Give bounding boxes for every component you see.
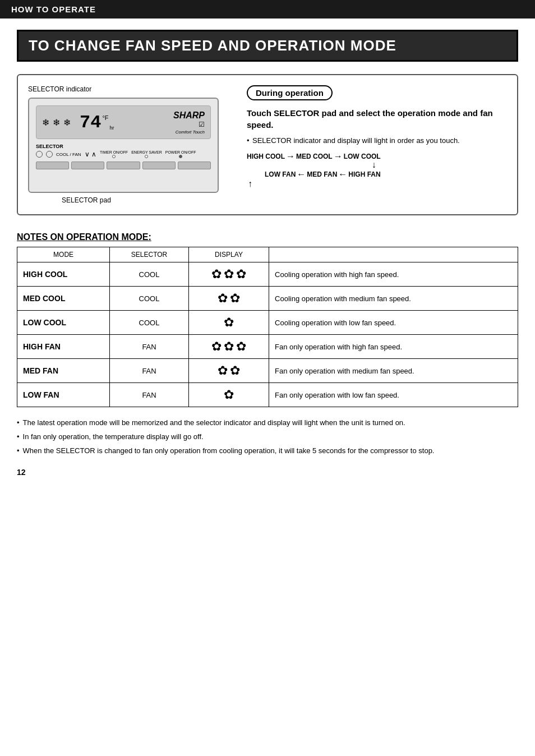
header-title: HOW TO OPERATE	[11, 4, 96, 14]
bullet-dot: •	[17, 431, 20, 443]
flow-arrow-right-1: →	[286, 151, 295, 162]
selector-cell: FAN	[110, 383, 189, 407]
ac-btn-3	[107, 162, 140, 169]
main-title-box: TO CHANGE FAN SPEED AND OPERATION MODE	[17, 30, 518, 62]
instruction-heading: Touch SELECTOR pad and select the operat…	[247, 107, 507, 131]
display-cell: ✿✿	[188, 359, 269, 383]
notes-section: NOTES ON OPERATION MODE: MODE SELECTOR D…	[17, 232, 518, 457]
during-operation-badge: During operation	[247, 85, 333, 100]
flow-down-arrow: ↓	[247, 160, 381, 169]
timer-label: TIMER ON/OFF	[100, 150, 128, 154]
page-number: 12	[17, 468, 518, 477]
ac-buttons-row	[36, 162, 211, 169]
col-mode: MODE	[17, 247, 110, 262]
mode-flow: HIGH COOL → MED COOL → LOW COOL ↓ LOW FA…	[247, 151, 381, 188]
mode-cell: MED FAN	[17, 359, 110, 383]
bullet-text: The latest operation mode will be memori…	[23, 417, 405, 429]
footer-bullet-item: •When the SELECTOR is changed to fan onl…	[17, 445, 518, 457]
flow-diagram: HIGH COOL → MED COOL → LOW COOL ↓ LOW FA…	[247, 151, 507, 188]
fan-icon: ✿	[218, 291, 228, 306]
flow-up-arrow: ↑	[247, 179, 381, 188]
flow-med-fan: MED FAN	[307, 170, 337, 178]
main-title: TO CHANGE FAN SPEED AND OPERATION MODE	[29, 37, 506, 54]
selector-text: SELECTOR	[36, 144, 63, 149]
selector-cell: COOL	[110, 287, 189, 311]
fan-icon: ✿	[230, 363, 240, 378]
selector-row: SELECTOR	[36, 144, 211, 149]
ac-temperature: 74	[80, 112, 101, 133]
flow-low-fan: LOW FAN	[265, 170, 296, 178]
control-row: COOL / FAN ∨ ∧ TIMER ON/OFF ENERGY SAVER…	[36, 150, 211, 158]
flow-high-fan: HIGH FAN	[348, 170, 380, 178]
selector-cell: FAN	[110, 335, 189, 359]
table-row: MED COOL COOL ✿✿ Cooling operation with …	[17, 287, 518, 311]
flow-med-cool: MED COOL	[296, 153, 333, 160]
display-cell: ✿✿	[188, 287, 269, 311]
device-image: ❄ ❄ ❄ 74 °F hr SHARP ☑ Comfort Touch	[28, 98, 219, 193]
flow-top-row: HIGH COOL → MED COOL → LOW COOL	[247, 151, 381, 162]
col-selector: SELECTOR	[110, 247, 189, 262]
display-cell: ✿✿✿	[188, 335, 269, 359]
snowflake-icon-1: ❄	[42, 117, 49, 128]
mode-cell: MED COOL	[17, 287, 110, 311]
ac-btn-2	[71, 162, 104, 169]
cool-fan-label: COOL / FAN	[56, 152, 81, 157]
selector-cell: FAN	[110, 359, 189, 383]
bullet-text: In fan only operation, the temperature d…	[23, 431, 204, 443]
description-cell: Fan only operation with low fan speed.	[269, 383, 518, 407]
notes-title: NOTES ON OPERATION MODE:	[17, 232, 518, 242]
snowflake-icon-2: ❄	[53, 117, 60, 128]
ac-unit: °F	[102, 114, 108, 121]
page-content: TO CHANGE FAN SPEED AND OPERATION MODE S…	[0, 30, 535, 494]
ac-btn-1	[36, 162, 69, 169]
header-bar: HOW TO OPERATE	[0, 0, 535, 19]
bullet-text: When the SELECTOR is changed to fan only…	[23, 445, 435, 457]
mode-cell: HIGH FAN	[17, 335, 110, 359]
description-cell: Fan only operation with high fan speed.	[269, 335, 518, 359]
fan-icon: ✿	[224, 315, 234, 330]
ac-brand: SHARP	[173, 110, 205, 121]
footer-bullets: •The latest operation mode will be memor…	[17, 417, 518, 457]
snowflake-icon-3: ❄	[63, 117, 71, 128]
table-row: MED FAN FAN ✿✿ Fan only operation with m…	[17, 359, 518, 383]
ac-btn-4	[142, 162, 176, 169]
timer-group: TIMER ON/OFF	[100, 150, 128, 158]
selector-cell: COOL	[110, 311, 189, 335]
table-header-row: MODE SELECTOR DISPLAY	[17, 247, 518, 262]
temperature-display: 74 °F hr	[80, 112, 114, 133]
cool-fan-circle-1	[36, 151, 43, 158]
ac-brand-area: SHARP ☑ Comfort Touch	[173, 110, 205, 135]
ac-hr-label: hr	[110, 125, 114, 131]
description-cell: Cooling operation with high fan speed.	[269, 262, 518, 287]
timer-dot	[112, 155, 116, 158]
fan-icon: ✿	[236, 267, 246, 282]
ac-btn-5	[178, 162, 211, 169]
flow-high-cool: HIGH COOL	[247, 153, 285, 160]
display-cell: ✿✿✿	[188, 262, 269, 287]
flow-low-cool: LOW COOL	[344, 153, 381, 160]
instruction-box: SELECTOR indicator ❄ ❄ ❄ 74 °F hr	[17, 74, 518, 215]
flow-bottom-row: LOW FAN ← MED FAN ← HIGH FAN	[247, 169, 381, 179]
energy-group: ENERGY SAVER	[131, 150, 162, 158]
footer-bullet-item: •In fan only operation, the temperature …	[17, 431, 518, 443]
bullet-dot: •	[17, 445, 20, 457]
table-row: LOW FAN FAN ✿ Fan only operation with lo…	[17, 383, 518, 407]
instruction-bullet: SELECTOR indicator and display will ligh…	[247, 136, 507, 145]
selector-pad-label: SELECTOR pad	[62, 196, 236, 204]
fan-icon: ✿	[224, 267, 234, 282]
fan-icon: ✿	[211, 267, 222, 282]
ac-comfort: Comfort Touch	[176, 130, 205, 135]
power-label: POWER ON/OFF	[165, 150, 196, 154]
col-description	[269, 247, 518, 262]
fan-icon: ✿	[224, 388, 234, 402]
device-panel: SELECTOR indicator ❄ ❄ ❄ 74 °F hr	[28, 85, 236, 204]
display-cell: ✿	[188, 311, 269, 335]
table-row: HIGH FAN FAN ✿✿✿ Fan only operation with…	[17, 335, 518, 359]
instruction-panel: During operation Touch SELECTOR pad and …	[247, 85, 507, 204]
bullet-dot: •	[17, 417, 20, 429]
col-display: DISPLAY	[188, 247, 269, 262]
selector-indicator-label: SELECTOR indicator	[28, 85, 91, 93]
power-group: POWER ON/OFF	[165, 150, 196, 158]
mode-cell: LOW FAN	[17, 383, 110, 407]
energy-label: ENERGY SAVER	[131, 150, 162, 154]
